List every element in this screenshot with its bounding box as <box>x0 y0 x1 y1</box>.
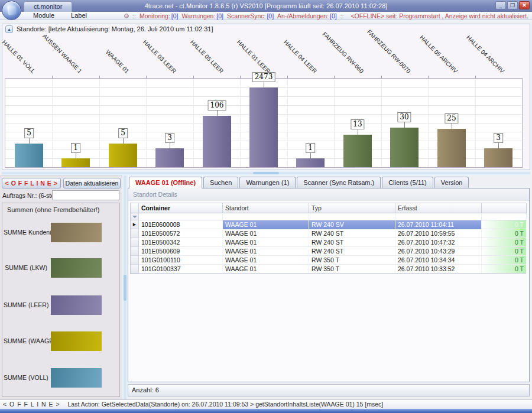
filter-cell[interactable] <box>309 213 395 220</box>
cell-standort: WAAGE 01 <box>223 247 309 256</box>
cell-typ: RW 240 SV <box>309 220 395 229</box>
axis-tick <box>428 76 429 79</box>
ribbon-item-label[interactable]: Label <box>63 12 95 20</box>
filter-cell[interactable] <box>482 213 527 220</box>
category-label: FAHRZEUG RW-660 <box>322 31 365 74</box>
bar[interactable] <box>155 148 184 167</box>
detail-panel: WAAGE 01 (Offline)SuchenWarnungen (1)Sca… <box>128 175 530 397</box>
tab-warnungen-1-[interactable]: Warnungen (1) <box>239 177 296 188</box>
tab-suchen[interactable]: Suchen <box>203 177 238 188</box>
bar[interactable] <box>203 116 231 167</box>
bar[interactable] <box>109 144 137 167</box>
cell-container: 101E0500572 <box>139 229 223 238</box>
column-header-Typ[interactable]: Typ <box>309 203 395 213</box>
bar[interactable] <box>61 158 90 167</box>
tab-version[interactable]: Version <box>434 177 469 188</box>
window-buttons: _ ❐ ✕ <box>495 1 530 9</box>
collapse-panel-icon[interactable]: ▲ <box>5 25 13 33</box>
order-number-input[interactable] <box>52 190 119 200</box>
filter-cell[interactable] <box>139 213 223 220</box>
app-logo-orb[interactable] <box>2 1 21 20</box>
cell-container: 101E0500609 <box>139 247 223 256</box>
table-row[interactable]: 101G0100110WAAGE 01RW 350 T26.07.2010 10… <box>131 256 525 265</box>
axis-tick <box>52 76 53 79</box>
value-label-connector <box>170 143 170 148</box>
cell-standort: WAAGE 01 <box>223 220 309 229</box>
bar-value-label: 106 <box>208 100 226 110</box>
category-label: HALLE 04 ARCHIV <box>465 34 505 74</box>
window-bottom-edge <box>0 409 532 413</box>
horizontal-splitter[interactable] <box>2 171 530 175</box>
minimize-button-icon[interactable]: _ <box>495 1 506 9</box>
close-button-icon[interactable]: ✕ <box>519 1 530 9</box>
ribbon-menu-items: ModuleLabel <box>25 12 95 20</box>
row-indicator-cell <box>131 256 139 265</box>
statusbar-offline: < O F F L I N E > <box>3 401 60 408</box>
column-separator <box>240 79 241 167</box>
cell-erfasst: 26.07.2010 10:43:29 <box>395 247 482 256</box>
cell-age: 0 T <box>482 265 527 274</box>
status-counter: ScannerSync:[0] <box>227 12 274 19</box>
refresh-data-button[interactable]: Daten aktualisieren <box>63 178 121 188</box>
sidebar: < O F F L I N E > Daten aktualisieren Au… <box>0 175 122 399</box>
tab-clients-5-11-[interactable]: Clients (5/11) <box>382 177 433 188</box>
value-label-connector <box>498 143 499 148</box>
record-count-bar: Anzahl: 6 <box>128 384 530 396</box>
bar[interactable] <box>484 148 512 167</box>
app-tab-ct-monitor[interactable]: ct.monitor <box>24 1 72 12</box>
status-suffix: :: <box>340 12 344 19</box>
axis-tick <box>146 76 147 79</box>
chart-header: ▲ Standorte: [letzte Aktualisierung: Mon… <box>2 24 530 34</box>
splitter-handle[interactable] <box>124 275 126 301</box>
legend-label: SUMME Kunden(L) <box>4 223 47 242</box>
bar[interactable] <box>437 129 466 167</box>
cell-standort: WAAGE 01 <box>223 229 309 238</box>
value-label-connector <box>404 122 405 128</box>
status-orb-icon <box>124 14 129 18</box>
filter-cell[interactable] <box>223 213 309 220</box>
cell-age: 0 T <box>482 238 527 247</box>
table-row[interactable]: 101E0500572WAAGE 01RW 240 ST26.07.2010 1… <box>131 229 525 238</box>
filter-indicator-cell[interactable] <box>131 213 139 220</box>
column-header-Erfasst[interactable]: Erfasst <box>395 203 482 213</box>
bar[interactable] <box>249 87 278 167</box>
cell-container: 101G0100337 <box>139 265 223 274</box>
row-indicator-cell <box>131 247 139 256</box>
restore-button-icon[interactable]: ❐ <box>507 1 518 9</box>
column-header-Container[interactable]: Container <box>139 203 223 213</box>
group-label: Standort Details <box>133 191 177 198</box>
column-separator <box>287 79 288 167</box>
table-row[interactable]: ▶101E0600008WAAGE 01RW 240 SV26.07.2010 … <box>131 220 525 229</box>
cell-standort: WAAGE 01 <box>223 238 309 247</box>
category-label: AUSSEN WAAGE 1 <box>41 32 83 74</box>
cell-age: 0 T <box>482 220 527 229</box>
legend-swatch-waagen <box>51 331 102 351</box>
cell-erfasst: 26.07.2010 10:33:52 <box>395 265 482 274</box>
bar[interactable] <box>15 144 43 167</box>
tab-waage-01-offline-[interactable]: WAAGE 01 (Offline) <box>129 177 202 188</box>
chart-area: HALLE 01 VOLLAUSSEN WAAGE 1WAAGE 01HALLE… <box>2 34 530 170</box>
column-header-Standort[interactable]: Standort <box>223 203 309 213</box>
row-indicator-cell <box>131 238 139 247</box>
bar[interactable] <box>343 135 372 167</box>
column-header-age[interactable] <box>482 203 527 213</box>
bar[interactable] <box>390 128 419 167</box>
ribbon-row: ModuleLabel ::Monitoring:[0]Warnungen:[0… <box>0 12 532 20</box>
header-indicator-cell <box>131 203 139 213</box>
cell-container: 101G0100110 <box>139 256 223 265</box>
filter-cell[interactable] <box>395 213 482 220</box>
ribbon-item-module[interactable]: Module <box>25 12 63 20</box>
offline-button[interactable]: < O F F L I N E > <box>2 178 61 188</box>
vertical-splitter[interactable] <box>122 175 128 399</box>
tab-scanner-sync-ratsam-[interactable]: Scanner (Sync Ratsam.) <box>297 177 381 188</box>
bar[interactable] <box>296 158 325 167</box>
bar-value-label: 5 <box>24 128 34 138</box>
table-row[interactable]: 101E0500609WAAGE 01RW 240 ST26.07.2010 1… <box>131 247 525 256</box>
cell-standort: WAAGE 01 <box>223 265 309 274</box>
table-row[interactable]: 101G0100337WAAGE 01RW 350 T26.07.2010 10… <box>131 265 525 274</box>
axis-tick <box>475 76 476 79</box>
value-label-connector <box>29 138 30 144</box>
table-row[interactable]: 101E0500342WAAGE 01RW 240 ST26.07.2010 1… <box>131 238 525 247</box>
column-separator <box>52 79 53 167</box>
splitter-handle[interactable] <box>253 172 279 174</box>
